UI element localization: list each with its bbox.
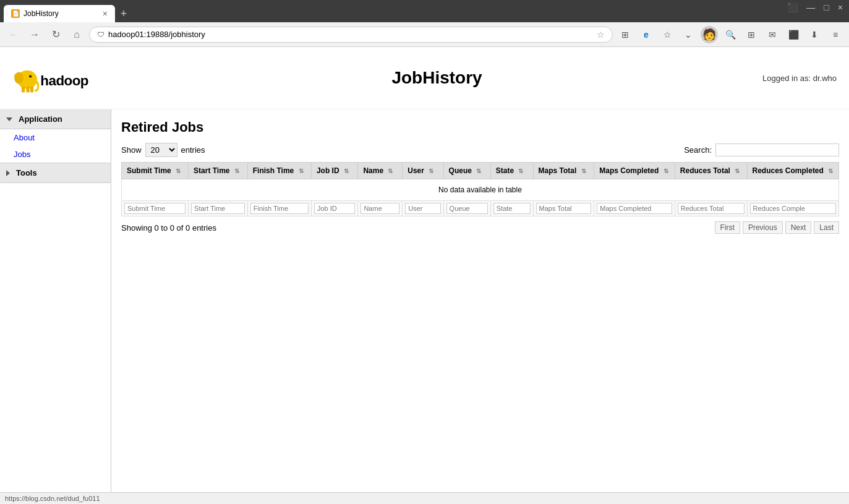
col-state[interactable]: State ⇅ [490,163,533,179]
apps-icon-button[interactable]: ⬛ [785,26,802,43]
window-icon-button[interactable]: ⬛ [787,2,798,12]
content-area: Retired Jobs Show 20 10 50 100 entries S… [111,109,849,492]
filter-reduces-completed-input[interactable] [750,203,836,214]
sidebar-item-about[interactable]: About [0,129,111,146]
col-maps-completed[interactable]: Maps Completed ⇅ [594,163,675,179]
filter-maps-completed [594,201,675,216]
next-button[interactable]: Next [785,221,812,234]
microsoft-icon-button[interactable]: ⊞ [743,26,760,43]
filter-reduces-total [675,201,747,216]
sidebar-item-jobs[interactable]: Jobs [0,146,111,163]
sidebar: Application About Jobs Tools [0,109,111,492]
edge-icon-button[interactable]: e [638,26,655,43]
reload-button[interactable]: ↻ [47,26,64,43]
filter-user [403,201,443,216]
filter-submit-time-input[interactable] [124,203,186,214]
logged-in-text: Logged in as: dr.who [762,74,837,83]
filter-state [490,201,533,216]
table-header-row: Submit Time ⇅ Start Time ⇅ Finish Time ⇅… [122,163,839,179]
page-header: hadoop JobHistory Logged in as: dr.who [0,47,849,109]
page-title: JobHistory [111,68,762,88]
sort-icon: ⇅ [476,168,481,174]
col-reduces-total[interactable]: Reduces Total ⇅ [675,163,747,179]
star-icon-button[interactable]: ☆ [659,26,676,43]
tools-section: Tools [0,163,111,183]
filter-name [358,201,403,216]
new-tab-button[interactable]: + [115,5,132,22]
application-section-header[interactable]: Application [0,109,111,129]
tab-favicon: 📄 [11,9,20,18]
first-button[interactable]: First [715,221,740,234]
col-user[interactable]: User ⇅ [403,163,443,179]
application-section: Application About Jobs [0,109,111,163]
filter-row [122,201,839,216]
filter-job-id-input[interactable] [314,203,356,214]
back-button[interactable]: ← [5,26,22,43]
retired-jobs-title: Retired Jobs [121,119,839,135]
filter-queue [443,201,490,216]
collapse-arrow-icon [6,117,12,121]
sort-icon: ⇅ [735,168,740,174]
no-data-cell: No data available in table [122,179,839,201]
col-submit-time[interactable]: Submit Time ⇅ [122,163,189,179]
minimize-button[interactable]: — [806,2,815,12]
address-bar[interactable]: 🛡 hadoop01:19888/jobhistory ☆ [89,27,613,43]
search-label: Search: [684,145,712,155]
show-label: Show [121,145,142,155]
jobs-table: Submit Time ⇅ Start Time ⇅ Finish Time ⇅… [121,162,839,216]
pagination-bar: Showing 0 to 0 of 0 entries First Previo… [121,221,839,234]
browser-tab[interactable]: 📄 JobHistory × [4,5,115,22]
dropdown-icon-button[interactable]: ⌄ [680,26,697,43]
filter-finish-time-input[interactable] [250,203,309,214]
filter-maps-completed-input[interactable] [597,203,672,214]
col-queue[interactable]: Queue ⇅ [443,163,490,179]
col-finish-time[interactable]: Finish Time ⇅ [247,163,311,179]
grid-icon-button[interactable]: ⊞ [616,26,634,43]
sort-icon: ⇅ [299,168,304,174]
search-input[interactable] [715,143,839,156]
download-icon-button[interactable]: ⬇ [806,26,823,43]
profile-avatar[interactable]: 🧑 [701,26,718,43]
filter-start-time-input[interactable] [191,203,245,214]
bookmark-icon: ☆ [597,30,605,40]
sort-icon: ⇅ [828,168,833,174]
col-reduces-completed[interactable]: Reduces Completed ⇅ [747,163,838,179]
tab-title: JobHistory [23,9,59,18]
col-start-time[interactable]: Start Time ⇅ [189,163,248,179]
filter-name-input[interactable] [361,203,399,214]
svg-rect-7 [30,87,33,93]
filter-user-input[interactable] [405,203,440,214]
maximize-button[interactable]: □ [824,2,829,12]
filter-finish-time [247,201,311,216]
col-maps-total[interactable]: Maps Total ⇅ [533,163,594,179]
svg-rect-6 [26,87,29,93]
svg-point-4 [30,75,32,77]
sort-icon: ⇅ [429,168,433,174]
address-text: hadoop01:19888/jobhistory [108,30,593,39]
filter-start-time [189,201,248,216]
menu-icon-button[interactable]: ≡ [827,26,844,43]
tools-label: Tools [16,168,37,177]
tools-section-header[interactable]: Tools [0,163,111,182]
previous-button[interactable]: Previous [743,221,783,234]
home-button[interactable]: ⌂ [68,26,85,43]
mail-icon-button[interactable]: ✉ [764,26,781,43]
search-control: Search: [684,143,839,156]
status-bar: https://blog.csdn.net/dud_fu011 [0,492,849,504]
col-name[interactable]: Name ⇅ [358,163,403,179]
tab-close-button[interactable]: × [103,9,108,19]
filter-state-input[interactable] [493,203,531,214]
sort-icon: ⇅ [344,168,349,174]
search-icon-button[interactable]: 🔍 [722,26,739,43]
close-button[interactable]: × [838,2,843,12]
col-job-id[interactable]: Job ID ⇅ [311,163,358,179]
show-entries-select[interactable]: 20 10 50 100 [145,143,177,157]
filter-maps-total-input[interactable] [536,203,592,214]
last-button[interactable]: Last [814,221,839,234]
forward-button[interactable]: → [26,26,43,43]
filter-job-id [311,201,358,216]
sort-icon: ⇅ [518,168,523,174]
expand-arrow-icon [6,170,10,176]
filter-queue-input[interactable] [446,203,488,214]
filter-reduces-total-input[interactable] [678,203,744,214]
